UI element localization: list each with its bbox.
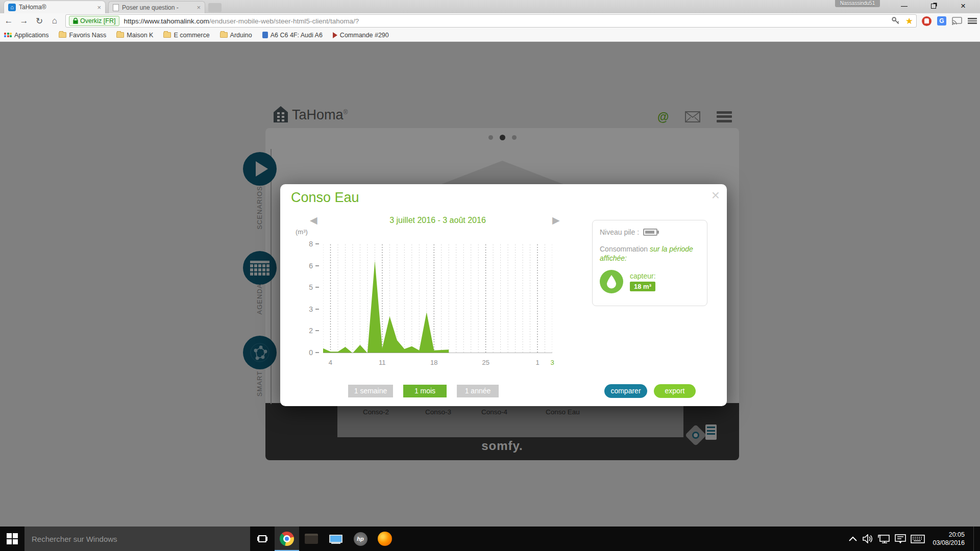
y-tick-label: 3 <box>280 305 319 313</box>
tab-tahoma[interactable]: ⌂ TaHoma® × <box>4 1 105 13</box>
tray-chevron-icon[interactable] <box>848 536 857 542</box>
folder-icon <box>220 32 228 38</box>
bookmark-folder-maison-k[interactable]: Maison K <box>116 32 153 39</box>
url-domain: https://www.tahomalink.com <box>124 17 209 25</box>
taskbar-printer[interactable] <box>299 527 324 551</box>
notification-icon[interactable] <box>895 534 906 543</box>
y-tick-label: 0 <box>280 348 319 357</box>
consumption-label: Consommation sur la période affichée: <box>600 244 700 263</box>
url-path: /enduser-mobile-web/steer-html5-client/t… <box>209 17 359 25</box>
key-icon[interactable] <box>891 16 900 26</box>
tab-close-icon[interactable]: × <box>193 4 201 11</box>
bookmark-star-icon[interactable]: ★ <box>905 16 913 27</box>
window-minimize-button[interactable] <box>889 0 919 12</box>
taskbar-hp[interactable]: hp <box>348 527 373 551</box>
printer-icon <box>305 534 318 544</box>
x-tick-label: 11 <box>372 359 393 366</box>
screen: ⌂ TaHoma® × Poser une question - × Nassa… <box>0 0 980 551</box>
tahoma-favicon: ⌂ <box>8 4 16 11</box>
taskbar-clock[interactable]: 20:05 03/08/2016 <box>929 531 969 547</box>
period-button-month[interactable]: 1 mois <box>403 385 447 397</box>
padlock-icon <box>73 18 78 24</box>
forward-icon[interactable]: → <box>17 14 31 28</box>
back-icon[interactable]: ← <box>2 14 15 28</box>
period-button-year[interactable]: 1 année <box>457 385 499 397</box>
windows-logo-icon <box>7 533 18 544</box>
sensor-label: capteur: <box>630 272 656 280</box>
bookmark-folder-arduino[interactable]: Arduino <box>220 32 252 39</box>
browser-toolbar: ← → ↻ ⌂ Overkiz [FR] https://www.tahomal… <box>0 13 980 29</box>
blue-favicon <box>262 32 268 38</box>
volume-icon[interactable] <box>862 534 873 543</box>
y-tick-label: 2 <box>280 327 319 335</box>
tab-poser-une-question[interactable]: Poser une question - × <box>108 1 205 13</box>
taskbar-this-pc[interactable] <box>324 527 348 551</box>
water-drop-icon <box>600 270 623 293</box>
folder-icon <box>163 32 171 38</box>
tab-title: Poser une question - <box>122 4 193 11</box>
x-tick-label: 4 <box>320 359 340 366</box>
window-restore-button[interactable] <box>919 0 948 12</box>
network-tray-icon[interactable] <box>878 534 890 543</box>
export-button[interactable]: export <box>654 384 696 398</box>
ev-certificate-badge[interactable]: Overkiz [FR] <box>69 16 119 26</box>
address-bar[interactable]: Overkiz [FR] https://www.tahomalink.com/… <box>65 14 917 28</box>
translate-extension-icon[interactable]: G <box>937 16 946 26</box>
consumption-area-chart <box>323 244 552 353</box>
x-tick-label: 18 <box>424 359 444 366</box>
system-tray: 20:05 03/08/2016 <box>848 527 980 551</box>
y-axis-unit: (m³) <box>296 228 308 236</box>
previous-period-icon[interactable]: ◀ <box>310 214 317 226</box>
apps-grid-icon <box>4 33 12 38</box>
adblock-extension-icon[interactable] <box>922 16 932 26</box>
bookmark-commande[interactable]: Commande #290 <box>333 32 389 39</box>
window-close-button[interactable]: × <box>948 0 978 12</box>
bookmark-folder-favoris-nass[interactable]: Favoris Nass <box>59 32 106 39</box>
chrome-menu-icon[interactable] <box>968 17 977 26</box>
cast-icon[interactable] <box>952 17 962 25</box>
bookmark-applications[interactable]: Applications <box>4 32 48 39</box>
extension-icons: G <box>922 16 977 26</box>
keyboard-icon[interactable] <box>911 535 925 543</box>
bookmarks-bar: Applications Favoris Nass Maison K E com… <box>0 29 980 42</box>
y-tick-label: 5 <box>280 283 319 291</box>
bookmark-folder-e-commerce[interactable]: E commerce <box>163 32 209 39</box>
sensor-total-badge: 18 m³ <box>630 282 655 291</box>
tray-time: 20:05 <box>933 531 965 539</box>
profile-badge[interactable]: Nassassindu51 <box>835 0 880 7</box>
modal-title: Conso Eau <box>291 190 359 206</box>
new-tab-button[interactable] <box>208 3 222 12</box>
windows-taskbar: Rechercher sur Windows hp 20:05 03/08/20… <box>0 527 980 551</box>
home-icon[interactable]: ⌂ <box>48 14 61 28</box>
next-period-icon[interactable]: ▶ <box>552 214 560 226</box>
tab-title: TaHoma® <box>19 4 94 11</box>
battery-icon <box>643 229 657 236</box>
compare-button[interactable]: comparer <box>604 384 647 398</box>
task-view-button[interactable] <box>250 527 275 551</box>
taskbar-firefox[interactable] <box>373 527 397 551</box>
battery-label: Niveau pile : <box>600 228 639 236</box>
y-tick-label: 8 <box>280 240 319 248</box>
reload-icon[interactable]: ↻ <box>33 14 46 28</box>
period-range-label: 3 juillet 2016 - 3 août 2016 <box>323 216 552 225</box>
tab-close-icon[interactable]: × <box>94 4 101 11</box>
period-button-week[interactable]: 1 semaine <box>348 385 393 397</box>
x-tick-label: 25 <box>476 359 496 366</box>
red-favicon <box>333 32 337 38</box>
search-placeholder: Rechercher sur Windows <box>32 535 117 543</box>
page-favicon <box>113 4 119 11</box>
show-desktop-button[interactable] <box>973 527 976 551</box>
y-tick-label: 6 <box>280 262 319 270</box>
x-tick-label: 3 <box>542 359 562 366</box>
folder-icon <box>59 32 66 38</box>
browser-chrome: ⌂ TaHoma® × Poser une question - × Nassa… <box>0 0 980 42</box>
modal-close-icon[interactable]: × <box>712 187 720 204</box>
monitor-icon <box>329 535 342 543</box>
chrome-icon <box>280 532 294 546</box>
windows-search-box[interactable]: Rechercher sur Windows <box>24 527 250 551</box>
start-button[interactable] <box>0 527 24 551</box>
taskbar-chrome[interactable] <box>275 527 299 551</box>
folder-icon <box>116 32 124 38</box>
sensor-info-panel: Niveau pile : Consommation sur la périod… <box>592 220 707 306</box>
bookmark-audi[interactable]: A6 C6 4F: Audi A6 <box>262 32 323 39</box>
